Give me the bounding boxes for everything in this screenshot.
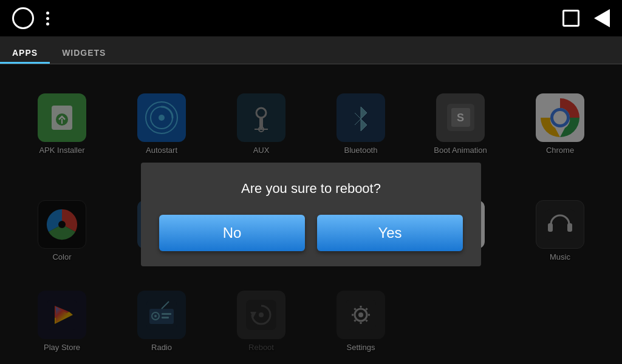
tab-widgets[interactable]: WIDGETS xyxy=(50,42,118,64)
apps-grid: APK Installer Autostart AUX Bluetooth S … xyxy=(0,64,622,364)
tab-bar: APPS WIDGETS xyxy=(0,36,622,64)
recents-button[interactable] xyxy=(562,10,579,27)
dialog-buttons: No Yes xyxy=(159,215,463,251)
tab-apps[interactable]: APPS xyxy=(0,42,50,64)
dialog-message: Are you sure to reboot? xyxy=(241,181,381,197)
no-button[interactable]: No xyxy=(159,215,305,251)
home-button[interactable] xyxy=(12,7,34,29)
status-bar xyxy=(0,0,622,36)
back-button[interactable] xyxy=(594,9,610,27)
reboot-dialog: Are you sure to reboot? No Yes xyxy=(141,163,481,266)
yes-button[interactable]: Yes xyxy=(317,215,463,251)
dialog-overlay: Are you sure to reboot? No Yes xyxy=(0,64,622,364)
menu-button[interactable] xyxy=(46,12,49,25)
